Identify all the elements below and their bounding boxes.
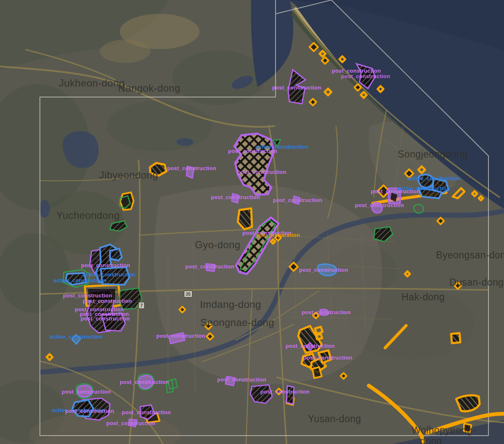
- annotation-label-post_construction: post_construction: [156, 333, 205, 339]
- site_preparation-annotation-polygon[interactable]: [479, 196, 483, 200]
- site_preparation-annotation-polygon[interactable]: [47, 354, 52, 360]
- site_preparation-annotation-polygon[interactable]: [451, 333, 460, 343]
- annotation-label-post_construction: post_construction: [185, 263, 234, 270]
- annotation-label-post_construction: post_construction: [122, 409, 171, 415]
- annotation-label-post_construction: post_construction: [273, 197, 322, 203]
- green-outline-annotation-polygon[interactable]: [374, 227, 393, 242]
- site_preparation-annotation-polygon[interactable]: [312, 367, 322, 378]
- annotation-label-active_construction: active_construction: [407, 175, 461, 181]
- annotation-label-active_construction: active_construction: [53, 277, 107, 284]
- annotation-label-post_construction: post_construction: [120, 379, 169, 385]
- site_preparation-annotation-polygon[interactable]: [472, 191, 477, 196]
- annotation-label-post_construction: post_construction: [81, 315, 130, 322]
- annotation-label-post_construction: post_construction: [355, 202, 404, 208]
- place-label: Wolhopyeong-: [412, 425, 476, 436]
- annotation-label-post_construction: post_construction: [341, 73, 390, 79]
- active_construction-annotation-polygon[interactable]: [110, 249, 122, 260]
- place-label: Jukheon-dong: [59, 77, 125, 89]
- annotation-label-active_construction: active_construction: [397, 185, 450, 192]
- place-label: Byeongsan-dong: [436, 250, 504, 261]
- road-badge: 7: [138, 302, 145, 309]
- place-label: dong: [420, 436, 442, 444]
- annotation-label-post_construction: post_construction: [286, 343, 335, 349]
- site_preparation-annotation-polygon[interactable]: [179, 307, 185, 313]
- site_preparation-annotation-polygon[interactable]: [320, 51, 326, 57]
- place-label: Yusan-dong: [308, 413, 361, 425]
- annotation-label-active_construction: active_construction: [50, 334, 103, 340]
- site_preparation-annotation-polygon[interactable]: [325, 89, 331, 95]
- place-label: Hak-dong: [402, 292, 445, 303]
- annotation-label-post_construction: post_construction: [211, 194, 260, 200]
- site_preparation-annotation-polygon[interactable]: [453, 188, 465, 198]
- place-label: Imdang-dong: [200, 299, 261, 310]
- annotation-label-post_construction: post_construction: [260, 389, 310, 395]
- annotation-label-post_construction: post_construction: [81, 262, 130, 268]
- road-badge: 35: [184, 290, 193, 298]
- annotation-label-post_construction: post_construction: [303, 355, 352, 361]
- annotation-label-active_construction: active_construction: [255, 144, 309, 150]
- site_preparation-annotation-polygon[interactable]: [322, 57, 328, 64]
- annotation-label-post_construction: post_construction: [237, 169, 286, 175]
- annotation-label-post_construction: post_construction: [299, 267, 348, 273]
- place-label: Dusan-dong: [449, 277, 504, 288]
- place-label: Gyo-dong: [195, 239, 241, 251]
- place-label: Yucheondong: [56, 210, 120, 221]
- site_preparation-annotation-polygon[interactable]: [361, 92, 367, 98]
- place-label: Seongnae-dong: [200, 317, 274, 328]
- map-canvas[interactable]: Jukheon-dongNangok-dongJibyeondongYucheo…: [0, 0, 504, 444]
- annotation-label-post_construction: post_construction: [83, 298, 132, 304]
- annotation-label-active_construction: active_construction: [82, 271, 136, 278]
- annotation-label-post_construction: post_construction: [65, 408, 114, 414]
- place-label: Nangok-dong: [118, 82, 181, 94]
- place-label: Jibyeondong: [99, 169, 158, 181]
- place-label: Songjeongdong: [398, 149, 467, 160]
- annotation-label-post_construction: post_construction: [302, 309, 351, 315]
- annotation-label-post_construction: post_construction: [272, 84, 321, 91]
- site_preparation-annotation-polygon[interactable]: [405, 271, 410, 276]
- annotation-label-post_construction: post_construction: [106, 420, 155, 426]
- site_preparation-annotation-polygon[interactable]: [310, 99, 316, 105]
- annotation-label-post_construction: post_construction: [62, 389, 111, 395]
- site_preparation-annotation-polygon[interactable]: [341, 373, 346, 379]
- green-outline-annotation-polygon[interactable]: [414, 205, 423, 213]
- site_preparation-annotation-polygon[interactable]: [437, 218, 444, 224]
- annotation-label-post_construction: post_construction: [217, 376, 266, 383]
- site_preparation-annotation-polygon[interactable]: [456, 395, 480, 411]
- annotation-label-site_preparation: site_preparation: [256, 232, 300, 238]
- annotation-label-post_construction: post_construction: [167, 165, 216, 171]
